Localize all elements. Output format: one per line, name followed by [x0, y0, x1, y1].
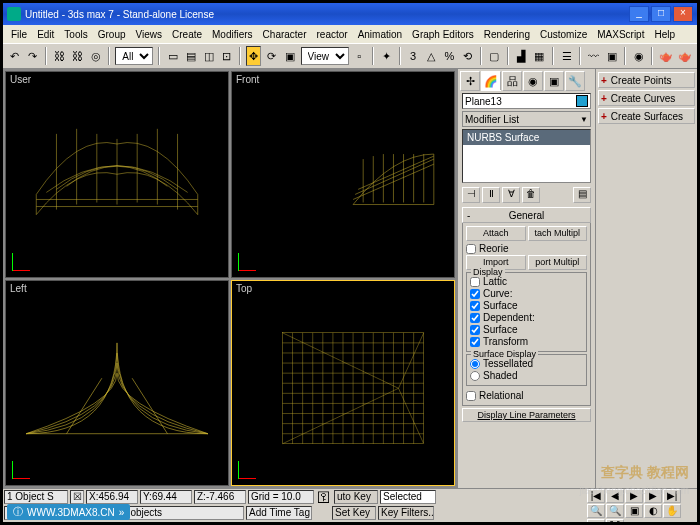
zoom-all-button[interactable]: 🔍 — [606, 504, 624, 518]
align-button[interactable]: ▦ — [532, 46, 547, 66]
tessellated-radio[interactable]: Tessellated — [470, 358, 583, 369]
coord-x[interactable]: X:456.94 — [86, 490, 138, 504]
key-lock-icon[interactable]: ⚿ — [315, 489, 333, 505]
tab-display[interactable]: ▣ — [544, 71, 564, 91]
stack-item-nurbs[interactable]: NURBS Surface — [463, 130, 590, 145]
display-line-params-button[interactable]: Display Line Parameters — [462, 408, 591, 422]
pin-stack-button[interactable]: ⊣ — [462, 187, 480, 203]
undo-button[interactable]: ↶ — [7, 46, 22, 66]
transform-checkbox[interactable]: Transform — [470, 336, 583, 347]
tab-hierarchy[interactable]: 品 — [502, 71, 522, 91]
tab-utilities[interactable]: 🔧 — [565, 71, 585, 91]
create-curves-button[interactable]: +Create Curves — [598, 90, 695, 106]
modifier-stack[interactable]: NURBS Surface — [462, 129, 591, 183]
render-scene-button[interactable]: 🫖 — [658, 46, 674, 66]
maximize-vp-button[interactable]: ⛶ — [606, 519, 624, 525]
key-filters-button[interactable]: Key Filters... — [378, 506, 434, 520]
spinner-snap[interactable]: ⟲ — [460, 46, 475, 66]
viewport-user[interactable]: User — [5, 71, 229, 278]
setkey-button[interactable]: Set Key — [332, 506, 376, 520]
selection-filter[interactable]: All — [115, 47, 153, 65]
minimize-button[interactable]: _ — [629, 6, 649, 22]
menu-tools[interactable]: Tools — [60, 29, 91, 40]
menu-group[interactable]: Group — [94, 29, 130, 40]
arc-rotate-button[interactable]: ⟲ — [587, 519, 605, 525]
viewport-top[interactable]: Top — [231, 280, 455, 487]
object-color-swatch[interactable] — [576, 95, 588, 107]
dependent-checkbox[interactable]: Dependent: — [470, 312, 583, 323]
menu-animation[interactable]: Animation — [354, 29, 406, 40]
viewport-front[interactable]: Front — [231, 71, 455, 278]
attach-button[interactable]: Attach — [466, 226, 526, 241]
import-multiple-button[interactable]: port Multipl — [528, 255, 588, 270]
menu-modifiers[interactable]: Modifiers — [208, 29, 257, 40]
configure-button[interactable]: ▤ — [573, 187, 591, 203]
shaded-radio[interactable]: Shaded — [470, 370, 583, 381]
rollout-general-header[interactable]: -General — [462, 207, 591, 223]
coord-y[interactable]: Y:69.44 — [140, 490, 192, 504]
menu-reactor[interactable]: reactor — [313, 29, 352, 40]
menu-customize[interactable]: Customize — [536, 29, 591, 40]
material-editor-button[interactable]: ◉ — [631, 46, 646, 66]
layers-button[interactable]: ☰ — [559, 46, 574, 66]
tab-modify[interactable]: 🌈 — [481, 71, 501, 91]
move-button[interactable]: ✥ — [246, 46, 261, 66]
bind-button[interactable]: ◎ — [88, 46, 103, 66]
show-end-button[interactable]: Ⅱ — [482, 187, 500, 203]
curve-editor-button[interactable]: 〰 — [586, 46, 601, 66]
select-region-button[interactable]: ◫ — [201, 46, 216, 66]
tab-motion[interactable]: ◉ — [523, 71, 543, 91]
lattice-checkbox[interactable]: Lattic — [470, 276, 583, 287]
surface-checkbox[interactable]: Surface — [470, 300, 583, 311]
menu-create[interactable]: Create — [168, 29, 206, 40]
zoom-button[interactable]: 🔍 — [587, 504, 605, 518]
modifier-list-dropdown[interactable]: Modifier List▼ — [462, 111, 591, 127]
menu-file[interactable]: File — [7, 29, 31, 40]
pivot-button[interactable]: ▫ — [352, 46, 367, 66]
menu-help[interactable]: Help — [650, 29, 679, 40]
named-sets[interactable]: ▢ — [487, 46, 502, 66]
menu-grapheditors[interactable]: Graph Editors — [408, 29, 478, 40]
select-button[interactable]: ▭ — [165, 46, 180, 66]
attach-multiple-button[interactable]: tach Multipl — [528, 226, 588, 241]
relational-checkbox[interactable]: Relational — [466, 390, 587, 401]
close-button[interactable]: × — [673, 6, 693, 22]
mirror-button[interactable]: ▟ — [514, 46, 529, 66]
remove-mod-button[interactable]: 🗑 — [522, 187, 540, 203]
menu-character[interactable]: Character — [259, 29, 311, 40]
menu-edit[interactable]: Edit — [33, 29, 58, 40]
menu-maxscript[interactable]: MAXScript — [593, 29, 648, 40]
surface2-checkbox[interactable]: Surface — [470, 324, 583, 335]
quick-render-button[interactable]: 🫖 — [677, 46, 693, 66]
pan-button[interactable]: ✋ — [663, 504, 681, 518]
curves-checkbox[interactable]: Curve: — [470, 288, 583, 299]
menu-rendering[interactable]: Rendering — [480, 29, 534, 40]
select-name-button[interactable]: ▤ — [183, 46, 198, 66]
fov-button[interactable]: ◐ — [644, 504, 662, 518]
tab-create[interactable]: ✢ — [460, 71, 480, 91]
percent-snap[interactable]: % — [442, 46, 457, 66]
window-crossing-button[interactable]: ⊡ — [219, 46, 234, 66]
create-points-button[interactable]: +Create Points — [598, 72, 695, 88]
object-name-field[interactable]: Plane13 — [465, 96, 502, 107]
reorient-checkbox[interactable]: Reorie — [466, 243, 587, 254]
ref-coord-system[interactable]: View — [301, 47, 349, 65]
viewport-left[interactable]: Left — [5, 280, 229, 487]
link-button[interactable]: ⛓ — [52, 46, 67, 66]
unlink-button[interactable]: ⛓ — [70, 46, 85, 66]
angle-snap[interactable]: △ — [424, 46, 439, 66]
schematic-button[interactable]: ▣ — [604, 46, 619, 66]
redo-button[interactable]: ↷ — [25, 46, 40, 66]
keymode-dropdown[interactable]: Selected — [380, 490, 436, 504]
menu-views[interactable]: Views — [132, 29, 167, 40]
add-time-tag[interactable]: Add Time Tag — [246, 506, 312, 520]
snap-toggle[interactable]: 3 — [406, 46, 421, 66]
maximize-button[interactable]: □ — [651, 6, 671, 22]
scale-button[interactable]: ▣ — [283, 46, 298, 66]
create-surfaces-button[interactable]: +Create Surfaces — [598, 108, 695, 124]
unique-button[interactable]: ∀ — [502, 187, 520, 203]
rotate-button[interactable]: ⟳ — [264, 46, 279, 66]
zoom-extents-button[interactable]: ▣ — [625, 504, 643, 518]
autokey-button[interactable]: uto Key — [334, 490, 378, 504]
coord-z[interactable]: Z:-7.466 — [194, 490, 246, 504]
